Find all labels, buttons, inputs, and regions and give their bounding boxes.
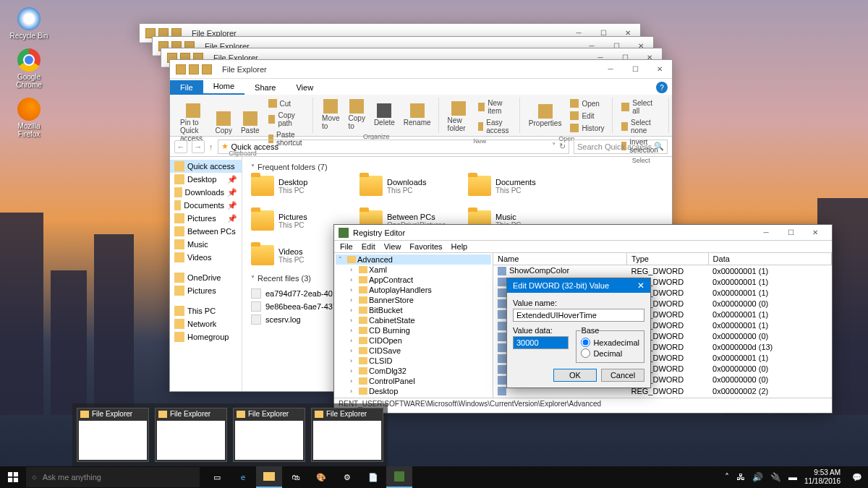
sidebar-item-pictures[interactable]: Pictures📌: [170, 212, 242, 225]
col-type[interactable]: Type: [627, 253, 709, 265]
settings-button[interactable]: ⚙: [334, 466, 360, 488]
tray-chevron-icon[interactable]: ˄: [725, 472, 729, 482]
tree-node-xaml[interactable]: ›Xaml: [336, 265, 491, 275]
sidebar-item-homegroup[interactable]: Homegroup: [170, 330, 242, 343]
refresh-button[interactable]: ↻: [559, 142, 566, 151]
sidebar-item-pictures[interactable]: Pictures: [170, 284, 242, 297]
easyaccess-button[interactable]: Easy access: [475, 117, 515, 136]
edit-button[interactable]: Edit: [567, 110, 597, 121]
expand-icon[interactable]: ›: [350, 317, 357, 324]
expand-icon[interactable]: ›: [350, 327, 357, 334]
selectall-button[interactable]: Select all: [618, 98, 664, 116]
tree-node-controlpanel[interactable]: ›ControlPanel: [336, 376, 491, 386]
tab-view[interactable]: View: [286, 80, 323, 95]
expand-icon[interactable]: ›: [350, 337, 357, 344]
notepad-button[interactable]: 📄: [360, 466, 386, 488]
close-button[interactable]: ✕: [803, 223, 827, 242]
file-explorer-window-bg1[interactable]: File Explorer─☐✕: [139, 23, 641, 38]
tree-node-bannerstore[interactable]: ›BannerStore: [336, 295, 491, 305]
paint-button[interactable]: 🎨: [308, 466, 334, 488]
pin-button[interactable]: Pin to Quick access: [177, 102, 210, 144]
sidebar-item-downloads[interactable]: Downloads📌: [170, 186, 242, 199]
tree-node-desktop[interactable]: ›Desktop: [336, 386, 491, 396]
newitem-button[interactable]: New item: [475, 98, 515, 116]
tree-node-cd burning[interactable]: ›CD Burning: [336, 325, 491, 335]
clock[interactable]: 9:53 AM11/18/2016: [804, 468, 841, 486]
regedit-taskbar-button[interactable]: [386, 466, 412, 488]
frequent-header[interactable]: Frequent folders (7): [251, 163, 663, 171]
tray-volume-icon[interactable]: 🔊: [752, 472, 763, 482]
tab-home[interactable]: Home: [203, 79, 244, 95]
tray-battery-icon[interactable]: ▬: [788, 472, 797, 482]
nav-up-button[interactable]: ↑: [209, 142, 213, 151]
search-input[interactable]: Search Quick access🔍: [574, 140, 668, 154]
folder-pictures[interactable]: PicturesThis PC: [251, 210, 345, 231]
sidebar-item-videos[interactable]: Videos: [170, 251, 242, 264]
copyto-button[interactable]: Copy to: [346, 98, 368, 132]
expand-icon[interactable]: ›: [350, 276, 357, 283]
action-center-button[interactable]: 💬: [846, 466, 868, 488]
sidebar-item-this-pc[interactable]: This PC: [170, 304, 242, 317]
minimize-button[interactable]: ─: [754, 223, 778, 242]
start-button[interactable]: [0, 466, 26, 488]
newfolder-button[interactable]: New folder: [445, 100, 472, 134]
col-data[interactable]: Data: [708, 253, 831, 265]
tree-node-comdlg32[interactable]: ›ComDlg32: [336, 366, 491, 376]
menu-view[interactable]: View: [384, 242, 401, 251]
folder-documents[interactable]: DocumentsThis PC: [468, 176, 562, 196]
selectnone-button[interactable]: Select none: [618, 117, 664, 136]
breadcrumb[interactable]: Quick access: [231, 142, 278, 151]
maximize-button[interactable]: ☐: [778, 223, 803, 242]
menu-file[interactable]: File: [340, 242, 353, 251]
minimize-button[interactable]: ─: [598, 60, 623, 79]
close-button[interactable]: ✕: [647, 60, 672, 79]
menu-favorites[interactable]: Favorites: [409, 242, 442, 251]
nav-back-button[interactable]: ←: [174, 140, 187, 153]
maximize-button[interactable]: ☐: [623, 60, 647, 79]
expand-icon[interactable]: ›: [350, 377, 357, 385]
close-button[interactable]: ✕: [637, 281, 644, 291]
search-box[interactable]: ○Ask me anything: [26, 467, 200, 487]
sidebar-item-desktop[interactable]: Desktop📌: [170, 173, 242, 186]
value-data-input[interactable]: [513, 336, 569, 349]
sidebar-item-between-pcs[interactable]: Between PCs: [170, 225, 242, 238]
address-bar[interactable]: ★Quick access˅↻: [218, 140, 570, 154]
menu-edit[interactable]: Edit: [362, 242, 375, 251]
paste-button[interactable]: Paste: [238, 110, 263, 136]
sidebar-item-documents[interactable]: Documents📌: [170, 199, 242, 212]
tree-node-advanced[interactable]: ˅Advanced: [336, 254, 491, 265]
tree-node-cidopen[interactable]: ›CIDOpen: [336, 335, 491, 346]
edit-dword-dialog[interactable]: Edit DWORD (32-bit) Value✕ Value name: V…: [506, 278, 651, 388]
col-name[interactable]: Name: [493, 253, 627, 265]
sidebar-item-music[interactable]: Music: [170, 238, 242, 251]
chevron-down-icon[interactable]: ˅: [552, 142, 556, 151]
properties-button[interactable]: Properties: [526, 103, 565, 129]
tree-node-autoplayhandlers[interactable]: ›AutoplayHandlers: [336, 285, 491, 295]
radio-dec[interactable]: Decimal: [581, 348, 639, 358]
tree-node-clsid[interactable]: ›CLSID: [336, 356, 491, 366]
registry-value-row[interactable]: REG_BINARY95 fd 2d 58 00 00 00 00: [493, 396, 832, 398]
cancel-button[interactable]: Cancel: [601, 369, 644, 382]
tree-node-bitbucket[interactable]: ›BitBucket: [336, 305, 491, 315]
tray-network-icon[interactable]: 🖧: [736, 472, 745, 482]
task-view-button[interactable]: ▭: [204, 466, 230, 488]
menu-help[interactable]: Help: [451, 242, 468, 251]
tab-share[interactable]: Share: [244, 80, 286, 95]
expand-icon[interactable]: ›: [350, 347, 357, 354]
tray-power-icon[interactable]: 🔌: [770, 472, 781, 482]
ok-button[interactable]: OK: [553, 369, 597, 382]
tab-file[interactable]: File: [170, 80, 203, 95]
expand-icon[interactable]: ›: [350, 357, 357, 364]
folder-videos[interactable]: VideosThis PC: [251, 245, 345, 265]
desktop-icon-chrome[interactable]: Google Chrome: [7, 48, 51, 89]
thumbnail-1[interactable]: File Explorer: [155, 408, 227, 462]
desktop-icon-recycle[interactable]: Recycle Bin: [7, 7, 51, 40]
sidebar-item-onedrive[interactable]: OneDrive: [170, 271, 242, 284]
sidebar-item-quick-access[interactable]: Quick access: [170, 160, 242, 173]
thumbnail-2[interactable]: File Explorer: [233, 408, 305, 462]
copy-button[interactable]: Copy: [213, 110, 235, 136]
delete-button[interactable]: Delete: [371, 102, 398, 128]
open-button[interactable]: Open: [567, 98, 602, 109]
moveto-button[interactable]: Move to: [319, 98, 342, 132]
sidebar-item-network[interactable]: Network: [170, 317, 242, 330]
